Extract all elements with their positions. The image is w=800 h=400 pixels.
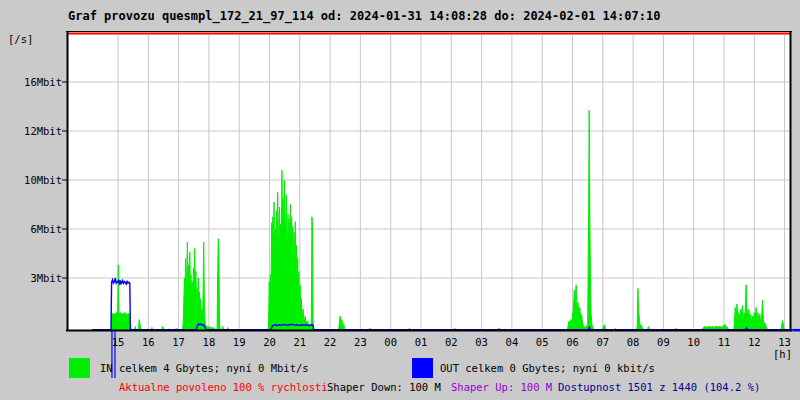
x-axis-label: 05 xyxy=(531,336,553,348)
x-axis-label: 01 xyxy=(410,336,432,348)
status-shaper-down: Shaper Down: 100 M xyxy=(327,381,441,393)
x-axis-label: 08 xyxy=(622,336,644,348)
traffic-graph-window: Graf provozu quesmpl_172_21_97_114 od: 2… xyxy=(0,0,800,400)
y-axis-label: 12Mbit xyxy=(0,125,62,137)
x-axis-label: 10 xyxy=(683,336,705,348)
x-axis-label: 17 xyxy=(168,336,190,348)
x-axis-label: 03 xyxy=(471,336,493,348)
in-legend-swatch xyxy=(69,358,90,378)
x-axis-label: 00 xyxy=(380,336,402,348)
x-axis-label: 09 xyxy=(652,336,674,348)
x-axis-unit: [h] xyxy=(762,348,792,360)
x-axis-label: 19 xyxy=(228,336,250,348)
x-axis-label: 22 xyxy=(319,336,341,348)
status-allowed-speed: Aktualne povoleno 100 % rychlosti xyxy=(119,381,328,393)
x-axis-label: 23 xyxy=(349,336,371,348)
in-legend-label: IN celkem 4 Gbytes; nyní 0 Mbit/s xyxy=(100,362,309,374)
y-axis-label: 3Mbit xyxy=(0,272,62,284)
out-legend-swatch xyxy=(412,358,433,378)
x-axis-label: 12 xyxy=(743,336,765,348)
x-axis-label: 11 xyxy=(713,336,735,348)
x-axis-label: 13 xyxy=(774,336,796,348)
out-legend-label: OUT celkem 0 Gbytes; nyní 0 kbit/s xyxy=(440,362,655,374)
y-axis-label: 10Mbit xyxy=(0,174,62,186)
x-axis-label: 21 xyxy=(289,336,311,348)
y-axis-label: 16Mbit xyxy=(0,76,62,88)
x-axis-label: 06 xyxy=(562,336,584,348)
x-axis-label: 18 xyxy=(198,336,220,348)
x-axis-label: 16 xyxy=(137,336,159,348)
x-axis-label: 04 xyxy=(501,336,523,348)
x-axis-label: 15 xyxy=(107,336,129,348)
status-availability: Dostupnost 1501 z 1440 (104.2 %) xyxy=(558,381,760,393)
y-axis-label: 6Mbit xyxy=(0,223,62,235)
x-axis-label: 07 xyxy=(592,336,614,348)
x-axis-label: 02 xyxy=(440,336,462,348)
x-axis-label: 20 xyxy=(259,336,281,348)
status-shaper-up: Shaper Up: 100 M xyxy=(451,381,552,393)
